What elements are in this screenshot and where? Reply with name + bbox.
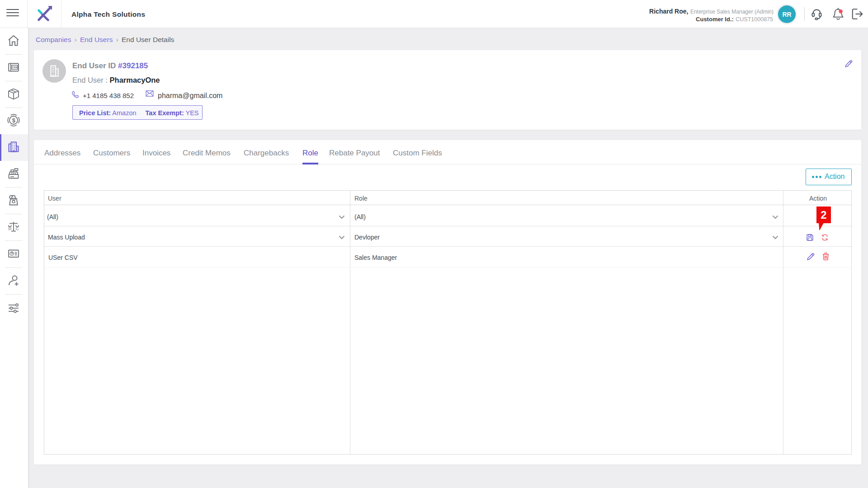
svg-text:$: $ bbox=[12, 117, 16, 124]
svg-text:C: C bbox=[16, 226, 19, 231]
svg-text:D: D bbox=[9, 226, 12, 231]
svg-text:CRM: CRM bbox=[12, 66, 17, 69]
